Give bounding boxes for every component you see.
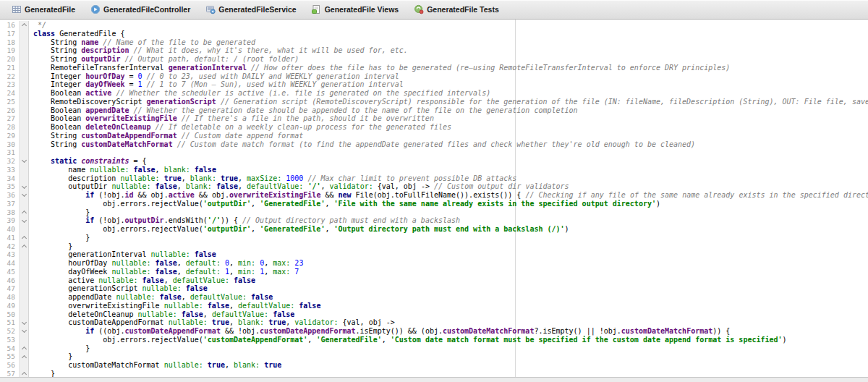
tab-generatedfile-tests[interactable]: GeneratedFile Tests	[406, 0, 506, 19]
fold-marker-icon[interactable]	[21, 245, 26, 250]
tab-generatedfileservice[interactable]: GeneratedFileService	[197, 0, 303, 19]
line-number[interactable]: 24	[0, 89, 19, 98]
code-line[interactable]: 22 Integer hourOfDay = 0 // 0 to 23, use…	[0, 72, 868, 81]
line-number[interactable]: 33	[0, 166, 19, 174]
fold-marker-icon[interactable]	[21, 355, 26, 360]
line-number[interactable]: 53	[0, 336, 19, 344]
code-text[interactable]: if ((obj.customDateAppendFormat && !obj.…	[29, 327, 868, 336]
fold-marker-icon[interactable]	[21, 23, 26, 28]
line-number[interactable]: 52	[0, 327, 19, 336]
code-text[interactable]: deleteOnCleanup nullable: false, default…	[29, 310, 868, 319]
line-number[interactable]: 39	[0, 216, 19, 225]
code-text[interactable]: }	[29, 344, 868, 353]
code-line[interactable]: 44 hourOfDay nullable: false, default: 0…	[0, 259, 868, 268]
code-line[interactable]: 28 Boolean deleteOnCleanup // If deletab…	[0, 123, 868, 132]
code-line[interactable]: 39 if (!obj.outputDir.endsWith('/')) { /…	[0, 216, 868, 225]
line-number[interactable]: 48	[0, 293, 19, 302]
code-line[interactable]: 25 RemoteDiscoveryScript generationScrip…	[0, 98, 868, 106]
line-number[interactable]: 35	[0, 182, 19, 191]
line-number[interactable]: 30	[0, 140, 19, 149]
line-number[interactable]: 56	[0, 361, 19, 370]
code-line[interactable]: 24 Boolean active // Whether the schedul…	[0, 89, 868, 98]
code-text[interactable]: RemoteFileTransferInterval generationInt…	[29, 64, 868, 72]
code-line[interactable]: 43 generationInterval nullable: false	[0, 250, 868, 259]
line-number[interactable]: 46	[0, 276, 19, 285]
code-line[interactable]: 48 appendDate nullable: false, defaultVa…	[0, 293, 868, 302]
code-text[interactable]: outputDir nullable: false, blank: false,…	[29, 182, 868, 191]
code-line[interactable]: 45 dayOfWeek nullable: false, default: 1…	[0, 268, 868, 276]
line-number[interactable]: 44	[0, 259, 19, 268]
code-line[interactable]: 17class GeneratedFile {	[0, 30, 868, 38]
line-number[interactable]: 16	[0, 21, 19, 30]
code-line[interactable]: 21 RemoteFileTransferInterval generation…	[0, 64, 868, 72]
code-text[interactable]: obj.errors.rejectValue('outputDir', 'Gen…	[29, 200, 868, 208]
code-line[interactable]: 26 Boolean appendDate // Whether the gen…	[0, 106, 868, 115]
line-number[interactable]: 51	[0, 318, 19, 327]
code-text[interactable]: overwriteExistingFile nullable: false, d…	[29, 302, 868, 310]
code-line[interactable]: 55 }	[0, 352, 868, 361]
tab-generatedfile[interactable]: GeneratedFile	[4, 0, 82, 19]
line-number[interactable]: 43	[0, 250, 19, 259]
code-line[interactable]: 51 customDateAppendFormat nullable: true…	[0, 318, 868, 327]
code-text[interactable]: }	[29, 234, 868, 242]
code-text[interactable]: active nullable: false, defaultValue: fa…	[29, 276, 868, 285]
line-number[interactable]: 41	[0, 234, 19, 242]
code-line[interactable]: 29 String customDateAppendFormat // Cust…	[0, 132, 868, 140]
fold-marker-icon[interactable]	[21, 211, 26, 216]
line-number[interactable]: 32	[0, 157, 19, 166]
code-line[interactable]: 53 obj.errors.rejectValue('customDateApp…	[0, 336, 868, 344]
line-number[interactable]: 40	[0, 225, 19, 234]
line-number[interactable]: 50	[0, 310, 19, 319]
line-number[interactable]: 25	[0, 98, 19, 106]
code-text[interactable]: }	[29, 242, 868, 251]
line-number[interactable]: 19	[0, 46, 19, 55]
code-line[interactable]: 33 name nullable: false, blank: false	[0, 166, 868, 174]
code-text[interactable]: }	[29, 208, 868, 217]
code-text[interactable]: String outputDir // Output path, default…	[29, 55, 868, 64]
code-line[interactable]: 36 if (!obj.id && obj.active && obj.over…	[0, 191, 868, 200]
line-number[interactable]: 45	[0, 268, 19, 276]
code-text[interactable]: String customDateAppendFormat // Custom …	[29, 132, 868, 140]
code-text[interactable]: appendDate nullable: false, defaultValue…	[29, 293, 868, 302]
line-number[interactable]: 20	[0, 55, 19, 64]
code-line[interactable]: 42 }	[0, 242, 868, 251]
code-area[interactable]: 16 */17class GeneratedFile {18 String na…	[0, 20, 868, 378]
code-text[interactable]: generationScript nullable: false	[29, 284, 868, 293]
tab-generatedfilecontroller[interactable]: GeneratedFileController	[82, 0, 197, 19]
code-line[interactable]: 16 */	[0, 21, 868, 30]
line-number[interactable]: 26	[0, 106, 19, 115]
fold-marker-icon[interactable]	[21, 192, 26, 197]
line-number[interactable]: 42	[0, 242, 19, 251]
code-line[interactable]: 56 customDateMatchFormat nullable: true,…	[0, 361, 868, 370]
code-editor[interactable]: 16 */17class GeneratedFile {18 String na…	[0, 20, 868, 382]
code-line[interactable]: 19 String description // What it does, w…	[0, 46, 868, 55]
code-text[interactable]: Boolean active // Whether the scheduler …	[29, 89, 868, 98]
tab-generatedfile-views[interactable]: GeneratedFile Views	[304, 0, 407, 19]
code-line[interactable]: 18 String name // Name of the file to be…	[0, 38, 868, 47]
code-text[interactable]: RemoteDiscoveryScript generationScript /…	[29, 98, 868, 106]
line-number[interactable]: 18	[0, 38, 19, 47]
fold-marker-icon[interactable]	[21, 236, 26, 241]
line-number[interactable]: 49	[0, 302, 19, 310]
code-line[interactable]: 54 }	[0, 344, 868, 353]
code-text[interactable]: if (!obj.outputDir.endsWith('/')) { // O…	[29, 216, 868, 225]
code-text[interactable]: Boolean overwriteExistingFile // If ther…	[29, 114, 868, 123]
code-text[interactable]	[29, 148, 868, 157]
code-text[interactable]: if (!obj.id && obj.active && obj.overwri…	[29, 191, 868, 200]
code-text[interactable]: Integer hourOfDay = 0 // 0 to 23, used w…	[29, 72, 868, 81]
code-line[interactable]: 49 overwriteExistingFile nullable: false…	[0, 302, 868, 310]
code-text[interactable]: }	[29, 352, 868, 361]
code-text[interactable]: */	[29, 21, 868, 30]
line-number[interactable]: 54	[0, 344, 19, 353]
line-number[interactable]: 37	[0, 200, 19, 208]
code-text[interactable]: name nullable: false, blank: false	[29, 166, 868, 174]
code-line[interactable]: 47 generationScript nullable: false	[0, 284, 868, 293]
line-number[interactable]: 31	[0, 148, 19, 157]
fold-marker-icon[interactable]	[21, 328, 26, 333]
code-text[interactable]: Integer dayOfWeek = 1 // 1 to 7 (Mon – S…	[29, 80, 868, 89]
fold-marker-icon[interactable]	[21, 347, 26, 352]
code-text[interactable]: customDateMatchFormat nullable: true, bl…	[29, 361, 868, 370]
code-text[interactable]: String customDateMatchFormat // Custom d…	[29, 140, 868, 149]
code-text[interactable]: description nullable: true, blank: true,…	[29, 174, 868, 183]
code-line[interactable]: 31	[0, 148, 868, 157]
